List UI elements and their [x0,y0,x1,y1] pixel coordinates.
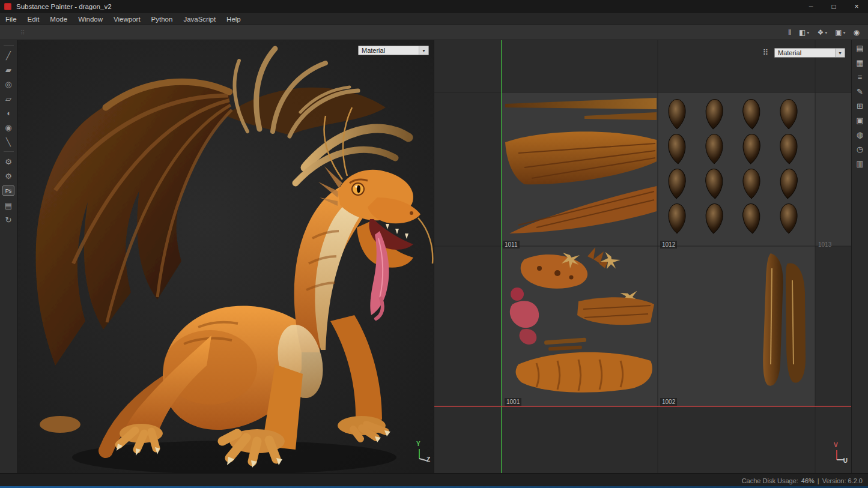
photoshop-plugin-icon: Ps [5,188,12,194]
divider [4,45,14,46]
menu-file[interactable]: File [0,16,22,23]
material-picker-icon: ╲ [6,137,11,146]
chevron-down-icon: ▾ [825,30,827,35]
material-mode-select-2d[interactable]: Material ▾ [774,48,845,58]
menu-viewport[interactable]: Viewport [108,16,146,23]
material-mode-select-3d[interactable]: Material ▾ [358,46,429,55]
cache-usage-label: Cache Disk Usage: [742,477,798,484]
udim-grid-settings-icon[interactable]: ⠿ [762,49,768,57]
camera-icon: ◉ [854,28,860,37]
brush-properties-button[interactable]: ✎ [854,87,867,96]
axis-y-label: Y [416,441,420,447]
viewport-display-icon: ◧ [799,28,806,37]
material-shader-icon: ❖ [817,28,824,37]
history-button[interactable]: ◷ [854,145,867,154]
smudge-tool[interactable]: ◖ [1,106,16,120]
assets-shelf-button[interactable]: ⊞ [854,101,867,110]
paint-brush-icon: ╱ [6,51,11,60]
uv-islands-render [434,40,851,473]
clone-tool[interactable]: ◉ [1,120,16,134]
left-tool-strip: ╱ ▰ ◎ ▱ ◖ ◉ ╲ ⚙ ⚙ Ps ▤ ↻ [0,40,17,473]
viewport-display-dropdown[interactable]: ◧ ▾ [799,28,809,37]
combo-value: Material [362,47,385,54]
camera-projection-icon: ▣ [835,28,842,37]
menu-help[interactable]: Help [221,16,246,23]
right-dock-strip: ▤ ▦ ≡ ✎ ⊞ ▣ ◍ ◷ ▥ [851,40,868,473]
axis-z-line [419,458,427,462]
layers-icon: ≡ [858,73,863,82]
axis-gizmo-3d: Y Z [413,442,430,463]
projection-tool[interactable]: ◎ [1,77,16,91]
material-shader-dropdown[interactable]: ❖ ▾ [817,28,827,37]
eraser-tool[interactable]: ▰ [1,62,16,77]
version-label: Version: 6.2.0 [822,477,863,484]
udim-tile-label: 1001 [505,398,521,406]
resources-updater-button[interactable]: ↻ [1,212,16,227]
axis-gizmo-2d: V U [831,443,848,465]
axis-v-label: V [834,442,838,448]
texture-set-settings-button[interactable]: ▦ [854,58,867,67]
material-picker-tool[interactable]: ╲ [1,134,16,149]
app-icon [4,3,11,10]
divider [4,151,14,152]
chevron-down-icon: ▾ [419,46,428,55]
smudge-icon: ◖ [6,109,11,118]
status-separator: | [818,477,819,484]
polygon-fill-tool[interactable]: ▱ [1,91,16,106]
gear-icon: ⚙ [5,172,12,181]
snapshot-button[interactable]: ◉ [854,28,860,37]
shelf-grid-icon: ⊞ [857,101,863,110]
udim-tile-label: 1012 [660,241,677,249]
projection-icon: ◎ [5,80,11,89]
axis-z-label: Z [426,456,430,463]
menu-edit[interactable]: Edit [22,16,45,23]
menu-bar: File Edit Mode Window Viewport Python Ja… [0,13,868,25]
toolbar-right-group: ‖ ◧ ▾ ❖ ▾ ▣ ▾ ◉ [788,28,860,37]
display-settings-button[interactable]: ◍ [854,130,867,139]
log-button[interactable]: ▥ [854,159,867,168]
close-button[interactable]: × [845,0,868,13]
axis-y-line [419,449,420,459]
chevron-down-icon: ▾ [807,30,809,35]
refresh-icon: ↻ [5,215,12,224]
maximize-button[interactable]: □ [822,0,845,13]
dragon-model-render [18,40,434,473]
minimize-button[interactable]: – [800,0,822,13]
pause-icon: ‖ [788,28,791,37]
gear-icon: ⚙ [5,157,12,166]
menu-python[interactable]: Python [146,16,178,23]
viewport-2d[interactable]: ⠿ Material ▾ 1011 1012 1013 1001 1002 V … [434,40,851,473]
texture-set-list-icon: ▤ [856,44,863,53]
clock-icon: ◷ [857,145,863,154]
udim-tile-label: 1002 [660,398,677,406]
menu-javascript[interactable]: JavaScript [178,16,221,23]
menu-window[interactable]: Window [73,16,108,23]
cache-usage-value: 46% [801,477,815,484]
texture-set-list-button[interactable]: ▤ [854,44,867,53]
title-bar: Substance Painter - dragon_v2 – □ × [0,0,868,13]
chevron-down-icon: ▾ [835,49,845,57]
camera-settings-button[interactable]: ▣ [854,116,867,125]
script-document-button[interactable]: ▤ [1,198,16,212]
globe-icon: ◍ [857,130,863,139]
axis-v-line [836,450,837,460]
photoshop-plugin-button[interactable]: Ps [2,185,14,196]
pause-engine-button[interactable]: ‖ [788,28,791,37]
main-toolbar: ⠿ ‖ ◧ ▾ ❖ ▾ ▣ ▾ ◉ [0,25,868,40]
log-document-icon: ▥ [856,159,863,168]
viewport-3d[interactable]: Material ▾ Y Z [18,40,434,473]
window-title: Substance Painter - dragon_v2 [16,3,112,10]
paint-tool[interactable]: ╱ [1,48,16,62]
camera-icon: ▣ [856,116,863,125]
menu-mode[interactable]: Mode [44,16,73,23]
plugin-settings-button[interactable]: ⚙ [1,169,16,183]
chevron-down-icon: ▾ [843,30,846,35]
udim-tile-label: 1013 [816,241,833,249]
combo-value: Material [778,49,801,56]
window-controls: – □ × [800,0,868,13]
toolbar-drag-handle: ⠿ [20,29,25,36]
polygon-fill-icon: ▱ [5,94,11,103]
camera-projection-dropdown[interactable]: ▣ ▾ [835,28,845,37]
layers-button[interactable]: ≡ [854,73,867,82]
settings-button[interactable]: ⚙ [1,154,16,169]
